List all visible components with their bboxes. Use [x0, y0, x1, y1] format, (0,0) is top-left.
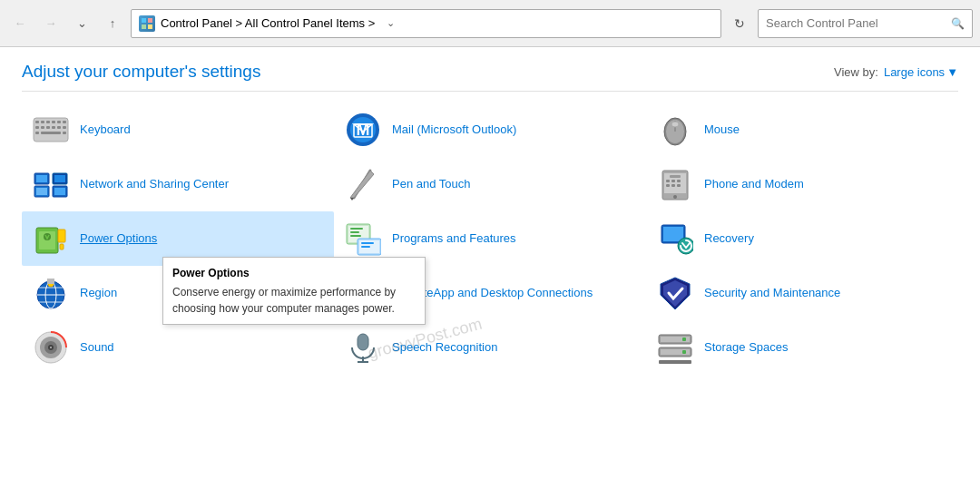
svg-rect-57 — [350, 228, 363, 230]
phone-label: Phone and Modem — [704, 177, 804, 192]
power-tooltip: Power Options Conserve energy or maximiz… — [162, 257, 426, 325]
svg-rect-13 — [46, 126, 50, 129]
item-power[interactable]: Power Options Power Options Conserve ene… — [22, 211, 334, 266]
svg-rect-12 — [41, 126, 44, 129]
item-mouse[interactable]: Mouse — [646, 103, 958, 157]
recent-pages-button[interactable]: ⌄ — [69, 11, 94, 36]
svg-marker-81 — [663, 280, 687, 307]
region-label: Region — [80, 286, 117, 301]
item-speech[interactable]: Speech Recognition — [334, 320, 646, 375]
items-grid-wrapper: Keyboard M Mail (Microsoft Outlook) — [22, 103, 958, 375]
address-dropdown-button[interactable]: ⌄ — [380, 14, 400, 34]
svg-point-42 — [673, 195, 677, 199]
svg-rect-43 — [670, 175, 681, 178]
mail-icon: M — [345, 112, 381, 148]
svg-rect-58 — [350, 231, 359, 233]
security-label: Security and Maintenance — [704, 286, 840, 301]
search-box[interactable]: 🔍 — [758, 9, 973, 38]
svg-rect-32 — [36, 188, 47, 195]
svg-rect-95 — [682, 350, 686, 354]
svg-rect-15 — [57, 126, 61, 129]
network-label: Network and Sharing Center — [80, 177, 229, 192]
up-button[interactable]: ↑ — [100, 11, 125, 36]
svg-rect-1 — [148, 18, 152, 23]
items-grid: Keyboard M Mail (Microsoft Outlook) — [22, 103, 958, 375]
svg-rect-6 — [41, 121, 44, 123]
svg-rect-92 — [682, 337, 686, 341]
toolbar: ← → ⌄ ↑ Control Panel > All Control Pane… — [0, 0, 980, 47]
header-row: Adjust your computer's settings View by:… — [22, 62, 958, 92]
refresh-button[interactable]: ↻ — [727, 11, 752, 36]
power-icon — [33, 220, 69, 257]
svg-rect-36 — [54, 188, 65, 195]
back-button[interactable]: ← — [7, 11, 33, 36]
forward-button[interactable]: → — [38, 11, 64, 36]
svg-marker-39 — [350, 198, 354, 200]
item-phone[interactable]: Phone and Modem — [646, 157, 958, 211]
network-icon — [33, 166, 69, 202]
search-input[interactable] — [766, 16, 947, 30]
region-icon — [33, 275, 69, 311]
view-by-control: View by: Large icons ▼ — [834, 65, 958, 79]
security-icon — [657, 275, 693, 311]
svg-rect-14 — [52, 126, 55, 129]
item-security[interactable]: Security and Maintenance — [646, 266, 958, 320]
item-keyboard[interactable]: Keyboard — [22, 103, 334, 157]
svg-rect-0 — [142, 18, 146, 23]
phone-icon — [657, 166, 693, 202]
keyboard-icon — [33, 112, 69, 148]
svg-rect-49 — [677, 184, 681, 187]
mouse-icon — [657, 112, 693, 148]
keyboard-label: Keyboard — [80, 122, 131, 138]
item-mail[interactable]: M Mail (Microsoft Outlook) — [334, 103, 646, 157]
speech-icon — [345, 329, 381, 366]
page-title: Adjust your computer's settings — [22, 62, 260, 82]
svg-rect-96 — [659, 360, 691, 364]
svg-rect-44 — [666, 180, 670, 182]
address-text: Control Panel > All Control Panel Items … — [161, 16, 375, 30]
view-by-chevron-icon: ▼ — [946, 65, 958, 79]
power-label: Power Options — [80, 231, 157, 247]
svg-rect-52 — [58, 230, 65, 242]
svg-text:M: M — [357, 121, 370, 139]
svg-point-28 — [671, 122, 679, 127]
tooltip-title: Power Options — [172, 265, 416, 281]
item-recovery[interactable]: Recovery — [646, 211, 958, 266]
svg-rect-19 — [63, 132, 66, 134]
svg-rect-53 — [60, 244, 64, 249]
programs-label: Programs and Features — [392, 231, 516, 247]
sound-icon — [33, 329, 69, 366]
svg-rect-18 — [35, 132, 39, 134]
svg-rect-45 — [671, 180, 675, 182]
svg-rect-73 — [47, 279, 54, 284]
item-pen[interactable]: Pen and Touch — [334, 157, 646, 211]
main-content: Adjust your computer's settings View by:… — [0, 47, 980, 375]
recovery-label: Recovery — [704, 231, 754, 247]
speech-label: Speech Recognition — [392, 340, 497, 356]
mouse-label: Mouse — [704, 122, 740, 138]
tooltip-description: Conserve energy or maximize performance … — [172, 284, 416, 317]
svg-rect-17 — [41, 132, 61, 134]
svg-rect-7 — [46, 121, 50, 123]
item-sound[interactable]: Sound — [22, 320, 334, 375]
storage-icon — [657, 329, 693, 366]
svg-rect-2 — [142, 24, 146, 29]
mail-label: Mail (Microsoft Outlook) — [392, 122, 516, 138]
svg-rect-8 — [52, 121, 55, 123]
svg-marker-38 — [350, 171, 374, 198]
svg-rect-48 — [671, 184, 675, 187]
svg-rect-10 — [63, 121, 66, 123]
item-storage[interactable]: Storage Spaces — [646, 320, 958, 375]
svg-rect-5 — [35, 121, 39, 123]
svg-point-86 — [50, 347, 52, 348]
storage-label: Storage Spaces — [704, 340, 789, 356]
svg-rect-65 — [663, 227, 683, 241]
item-network[interactable]: Network and Sharing Center — [22, 157, 334, 211]
svg-rect-63 — [361, 246, 370, 248]
svg-rect-34 — [54, 175, 65, 182]
view-by-value[interactable]: Large icons ▼ — [884, 65, 958, 79]
search-icon: 🔍 — [951, 17, 965, 30]
svg-rect-47 — [666, 184, 670, 187]
programs-icon — [345, 220, 381, 257]
address-bar[interactable]: Control Panel > All Control Panel Items … — [131, 9, 721, 38]
